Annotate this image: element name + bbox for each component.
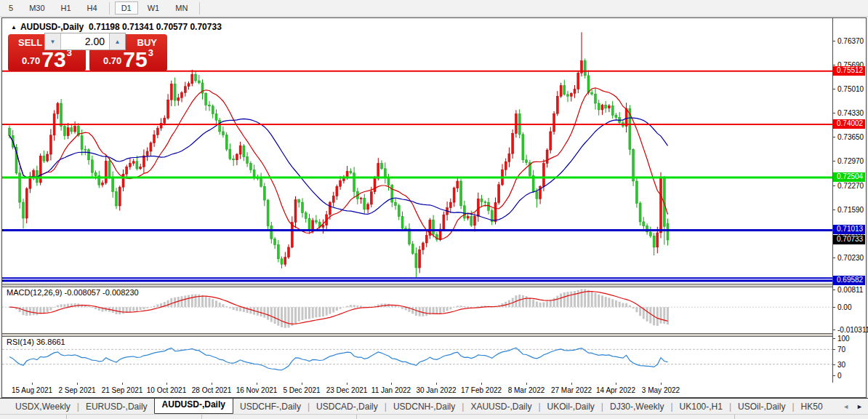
toolbar-separator (109, 2, 110, 15)
status-separator (356, 415, 357, 419)
price-tick: 0.72970 (837, 157, 864, 165)
price-level-label: 0.72504 (833, 172, 865, 182)
macd-tick-mark (833, 330, 835, 330)
date-tick-mark (661, 383, 662, 385)
date-label: 10 Oct 2021 (147, 386, 186, 394)
buy-label: BUY (137, 37, 157, 48)
timeframe-button-d1[interactable]: D1 (115, 1, 138, 15)
sell-price: 0.70 73 3 (8, 47, 86, 69)
status-separator (201, 415, 202, 419)
date-label: 15 Aug 2021 (12, 386, 52, 394)
price-tick: 0.73650 (837, 133, 864, 141)
timeframe-button-m30[interactable]: M30 (23, 1, 51, 15)
price-tick: 0.74330 (837, 109, 864, 117)
sell-price-prefix: 0.70 (22, 55, 40, 66)
rsi-tick: 0 (837, 372, 842, 380)
volume-increase-button[interactable]: ▲ (109, 33, 125, 49)
price-level-label: 0.70733 (833, 235, 865, 244)
chart-window: ▲AUDUSD-,Daily 0.71198 0.71341 0.70577 0… (1, 17, 867, 398)
timeframe-button-mn[interactable]: MN (169, 1, 194, 15)
price-level-label: 0.74002 (833, 119, 865, 129)
tab-usdchf-daily[interactable]: USDCHF-,Daily (233, 400, 308, 413)
buy-price: 0.70 75 3 (89, 47, 167, 69)
date-label: 23 Dec 2021 (326, 386, 368, 394)
tab-dj30-weekly[interactable]: DJ30-,Weekly (603, 400, 670, 413)
price-tick: 0.71590 (837, 206, 864, 214)
buy-price-prefix: 0.70 (103, 55, 121, 66)
rsi-label: RSI(14) 36.8661 (7, 338, 65, 346)
tab-audusd-daily[interactable]: AUDUSD-,Daily (154, 398, 233, 414)
price-tick-mark (833, 137, 835, 137)
date-tick-mark (166, 383, 167, 385)
macd-tick: 0.00 (837, 303, 851, 311)
date-tick-mark (77, 383, 78, 385)
timeframe-button-h4[interactable]: H4 (81, 1, 104, 15)
tab-usdx-weekly[interactable]: USDX,Weekly (9, 400, 77, 413)
tab-scroll-left-icon[interactable]: ◄ (843, 403, 849, 410)
timeframe-button-w1[interactable]: W1 (141, 1, 166, 15)
tab-usdcnh-daily[interactable]: USDCNH-,Daily (387, 400, 462, 413)
tab-scroll-controls: ◄► (837, 399, 866, 414)
status-strip (0, 414, 868, 419)
price-tick-mark (833, 161, 835, 161)
date-tick-mark (526, 383, 527, 385)
date-label: 2 Sep 2021 (58, 386, 95, 394)
rsi-value: 36.8661 (36, 338, 65, 346)
date-tick-mark (257, 383, 257, 385)
price-axis[interactable]: 0.763700.756900.750100.743300.736500.729… (832, 18, 866, 383)
macd-tick: -0.010311 (837, 326, 868, 334)
chart-tab-bar: USDX,Weekly|EURUSD-,DailyAUDUSD-,DailyUS… (0, 398, 868, 414)
tab-usdcad-daily[interactable]: USDCAD-,Daily (310, 400, 385, 413)
date-tick-mark (122, 383, 123, 385)
price-tick: 0.72270 (837, 182, 864, 190)
rsi-name: RSI(14) (7, 338, 34, 346)
rsi-tick-mark (833, 375, 835, 376)
price-tick-mark (833, 185, 835, 186)
date-tick-mark (436, 383, 437, 385)
rsi-tick: 70 (837, 346, 845, 354)
rsi-tick: 100 (837, 335, 850, 343)
macd-tick: 0.00811 (837, 286, 863, 294)
macd-name: MACD(12,26,9) (7, 288, 62, 297)
price-tick: 0.70230 (837, 254, 864, 262)
date-axis[interactable]: 15 Aug 20212 Sep 202121 Sep 202110 Oct 2… (2, 383, 832, 397)
symbol-arrow-icon: ▲ (11, 24, 17, 31)
chart-title: ▲AUDUSD-,Daily 0.71198 0.71341 0.70577 0… (11, 22, 222, 32)
tab-ukoil-daily[interactable]: UKOil-,Daily (541, 400, 601, 413)
tab-hk50[interactable]: HK50 (795, 400, 829, 413)
date-tick-mark (32, 383, 33, 385)
price-tick-mark (833, 41, 835, 41)
tab-xauusd-daily[interactable]: XAUUSD-,Daily (464, 400, 538, 413)
volume-input[interactable]: 2.00 (61, 33, 109, 49)
chart-ohlc-values: 0.71198 0.71341 0.70577 0.70733 (89, 22, 222, 32)
date-label: 17 Feb 2022 (461, 386, 502, 394)
price-tick: 0.76370 (837, 37, 864, 45)
volume-decrease-button[interactable]: ▼ (45, 33, 61, 49)
price-level-label: 0.69582 (833, 276, 865, 285)
date-tick-mark (347, 383, 347, 385)
price-level-label: 0.71013 (833, 225, 865, 234)
rsi-tick-mark (833, 349, 835, 350)
price-tick-mark (833, 210, 835, 210)
status-separator (734, 415, 735, 419)
price-tick-mark (833, 113, 835, 113)
price-tick: 0.75010 (837, 85, 864, 93)
date-label: 21 Sep 2021 (102, 386, 143, 394)
rsi-tick-mark (833, 338, 835, 339)
sell-price-big: 73 (41, 49, 65, 69)
tab-eurusd-daily[interactable]: EURUSD-,Daily (79, 400, 154, 413)
tab-scroll-right-icon[interactable]: ► (856, 403, 863, 410)
date-tick-mark (616, 383, 616, 385)
timeframe-button-h1[interactable]: H1 (55, 1, 78, 15)
timeframe-toolbar: 5M30H1H4D1W1MN (0, 0, 868, 17)
date-tick-mark (302, 383, 302, 385)
rsi-panel[interactable] (2, 335, 832, 383)
one-click-trade-panel: SELL 0.70 73 3 BUY 0.70 75 3 ▼ 2.00 ▲ (8, 33, 169, 89)
volume-stepper: ▼ 2.00 ▲ (44, 33, 126, 50)
timeframe-button-5[interactable]: 5 (2, 1, 20, 15)
date-tick-mark (212, 383, 212, 385)
tab-uk100-h1[interactable]: UK100-,H1 (673, 400, 729, 413)
rsi-tick-mark (833, 364, 835, 365)
price-tick-mark (833, 258, 835, 258)
tab-usoil-daily[interactable]: USOil-,Daily (731, 400, 792, 413)
